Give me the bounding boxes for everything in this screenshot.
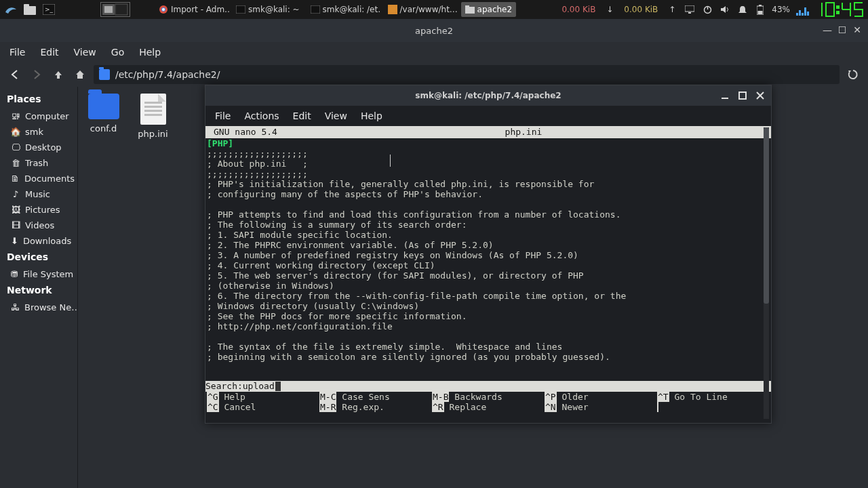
minimize-button[interactable] xyxy=(717,87,733,104)
sidebar-item-downloads[interactable]: ⬇Downloads xyxy=(0,233,77,249)
fm-titlebar[interactable]: apache2 — ☐ ✕ xyxy=(0,19,868,42)
taskbar-app[interactable]: apache2 xyxy=(461,2,517,17)
sidebar-item-music[interactable]: ♪Music xyxy=(0,186,77,202)
close-button[interactable] xyxy=(752,87,768,104)
svg-point-9 xyxy=(162,8,165,11)
sidebar-item-filesystem[interactable]: ⛃File System xyxy=(0,266,77,282)
music-icon: ♪ xyxy=(11,190,20,199)
svg-rect-6 xyxy=(104,6,113,13)
nav-home-button[interactable] xyxy=(72,66,88,83)
term-title: smk@kali: /etc/php/7.4/apache2 xyxy=(415,91,561,100)
menu-actions[interactable]: Actions xyxy=(244,110,279,121)
menu-view[interactable]: View xyxy=(325,110,347,121)
download-arrow-icon: ↓ xyxy=(604,4,615,15)
maximize-button[interactable] xyxy=(734,87,751,104)
home-icon: 🏠 xyxy=(11,127,20,137)
minimize-button[interactable]: — xyxy=(821,23,834,37)
terminal-icon xyxy=(311,5,320,14)
sidebar-item-browse-network[interactable]: 🖧Browse Ne… xyxy=(0,300,77,315)
nav-back-button[interactable] xyxy=(7,66,23,83)
key-help: ^G Help xyxy=(207,392,319,402)
fm-toolbar: /etc/php/7.4/apache2/ xyxy=(0,62,868,87)
workspace-switcher[interactable] xyxy=(100,2,130,17)
fm-title: apache2 xyxy=(415,26,453,36)
sidebar-item-pictures[interactable]: 🖼Pictures xyxy=(0,202,77,218)
folder-icon xyxy=(99,69,110,80)
files-launcher-icon[interactable] xyxy=(22,2,38,17)
menu-help[interactable]: Help xyxy=(139,47,161,58)
svg-rect-14 xyxy=(465,5,469,7)
terminal-launcher-icon[interactable]: >_ xyxy=(41,2,57,17)
sidebar-item-home[interactable]: 🏠smk xyxy=(0,124,77,140)
fm-menubar: File Edit View Go Help xyxy=(0,42,868,62)
net-download: 0.00 KiB xyxy=(557,5,599,14)
taskbar-app[interactable]: smk@kali: ~ xyxy=(232,2,304,17)
search-value: upload xyxy=(243,381,275,392)
nano-search-bar[interactable]: Search: upload xyxy=(205,381,771,392)
nano-filename: php.ini xyxy=(277,126,770,138)
menu-help[interactable]: Help xyxy=(361,110,382,121)
terminal-icon xyxy=(236,5,245,14)
terminal-body[interactable]: [PHP] ;;;;;;;;;;;;;;;;;;; ; About php.in… xyxy=(205,138,771,381)
svg-rect-16 xyxy=(688,12,691,14)
svg-rect-0 xyxy=(24,6,36,15)
cpu-load-bars xyxy=(796,3,809,16)
fm-sidebar: Places 🖳Computer 🏠smk 🖵Desktop 🗑Trash 🗎D… xyxy=(0,87,78,488)
svg-rect-25 xyxy=(826,3,834,16)
menu-edit[interactable]: Edit xyxy=(293,110,311,121)
key-cancel: ^C Cancel xyxy=(207,402,319,412)
key-gotoline: ^T Go To Line xyxy=(657,392,770,402)
lcd-clock xyxy=(816,1,865,18)
scrollbar-thumb[interactable] xyxy=(764,127,769,304)
taskbar-app-label: smk@kali: ~ xyxy=(248,5,300,14)
volume-icon[interactable] xyxy=(719,4,730,15)
folder-icon xyxy=(465,5,475,14)
taskbar-app-label: Import - Adm… xyxy=(171,5,229,14)
php-section-tag: [PHP] xyxy=(207,138,233,148)
menu-edit[interactable]: Edit xyxy=(40,47,58,58)
taskbar-app[interactable]: smk@kali: /et… xyxy=(307,2,381,17)
battery-percent: 43% xyxy=(772,5,790,14)
battery-icon xyxy=(755,4,766,15)
svg-rect-26 xyxy=(837,6,839,8)
kali-menu-icon[interactable] xyxy=(3,2,19,17)
maximize-button[interactable]: ☐ xyxy=(835,23,849,37)
svg-rect-22 xyxy=(758,11,763,14)
sidebar-network-head: Network xyxy=(0,282,77,300)
nano-keybar: ^G Help M-C Case Sens M-B Backwards ^P O… xyxy=(205,392,771,412)
sidebar-item-videos[interactable]: 🎞Videos xyxy=(0,218,77,233)
svg-rect-1 xyxy=(24,4,29,7)
taskbar-app[interactable]: /var/www/ht… xyxy=(384,2,458,17)
menu-view[interactable]: View xyxy=(74,47,96,58)
nano-header: GNU nano 5.4 php.ini xyxy=(205,126,771,138)
file-item-folder[interactable]: conf.d xyxy=(85,94,122,134)
search-label: Search: xyxy=(205,381,243,392)
close-button[interactable]: ✕ xyxy=(850,23,864,37)
path-bar[interactable]: /etc/php/7.4/apache2/ xyxy=(94,65,840,84)
display-icon[interactable] xyxy=(684,4,695,15)
terminal-scrollbar[interactable] xyxy=(764,127,769,419)
menu-file[interactable]: File xyxy=(215,110,231,121)
reload-button[interactable] xyxy=(845,66,861,83)
document-icon xyxy=(140,94,166,125)
notification-icon[interactable] xyxy=(737,4,748,15)
terminal-window: smk@kali: /etc/php/7.4/apache2 File Acti… xyxy=(205,85,772,424)
taskbar-app[interactable]: Import - Adm… xyxy=(155,2,229,17)
sidebar-item-documents[interactable]: 🗎Documents xyxy=(0,171,77,186)
svg-marker-19 xyxy=(721,6,726,13)
menu-file[interactable]: File xyxy=(9,47,25,58)
sidebar-devices-head: Devices xyxy=(0,249,77,266)
term-titlebar[interactable]: smk@kali: /etc/php/7.4/apache2 xyxy=(205,85,771,106)
file-item-doc[interactable]: php.ini xyxy=(134,94,172,139)
svg-rect-33 xyxy=(739,92,746,99)
nav-up-button[interactable] xyxy=(50,66,66,83)
menu-go[interactable]: Go xyxy=(111,47,124,58)
file-label: php.ini xyxy=(138,129,167,139)
search-cursor xyxy=(275,382,281,391)
computer-icon: 🖳 xyxy=(11,112,20,121)
sidebar-item-trash[interactable]: 🗑Trash xyxy=(0,155,77,171)
sidebar-item-computer[interactable]: 🖳Computer xyxy=(0,108,77,124)
power-icon[interactable] xyxy=(702,4,713,15)
sidebar-item-desktop[interactable]: 🖵Desktop xyxy=(0,140,77,155)
svg-rect-27 xyxy=(837,12,839,14)
